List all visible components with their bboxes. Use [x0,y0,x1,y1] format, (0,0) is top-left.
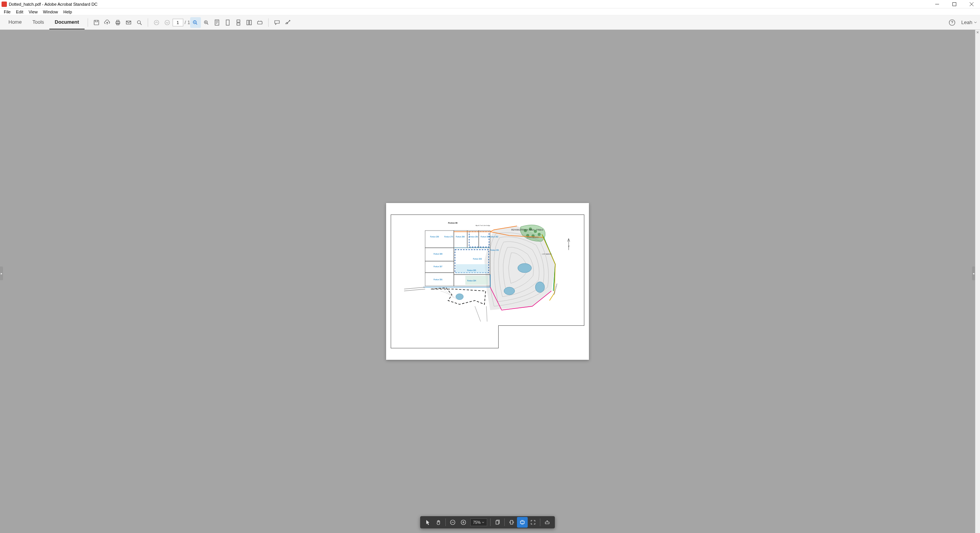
svg-point-8 [165,20,170,25]
separator [490,518,491,526]
menu-help[interactable]: Help [61,9,74,15]
svg-text:Portion 299: Portion 299 [430,236,439,238]
right-scrollbar-gutter[interactable]: ✕ [975,30,980,533]
separator [504,518,505,526]
menu-view[interactable]: View [26,9,40,15]
chevron-down-icon [974,21,977,24]
right-panel-handle[interactable]: ◂ [972,266,975,280]
svg-point-7 [154,20,159,25]
svg-point-22 [535,282,545,292]
pdf-page: REHABILITATION AREA - TREES Portion 299 … [386,203,589,360]
svg-rect-15 [247,20,249,25]
svg-rect-16 [249,20,251,25]
svg-rect-1 [94,20,99,25]
svg-text:Portion 304: Portion 304 [467,280,476,282]
legend-box [498,325,584,348]
toolbar-right: Leah [947,17,977,28]
svg-text:Portion 300: Portion 300 [481,236,490,238]
close-button[interactable] [963,0,980,8]
svg-rect-65 [510,520,513,524]
comment-icon[interactable] [272,17,282,28]
window-title: Dotted_hatch.pdf - Adobe Acrobat Standar… [9,2,98,6]
svg-rect-14 [237,23,240,25]
minimize-button[interactable] [928,0,946,8]
read-mode-icon[interactable] [254,17,265,28]
titlebar: Dotted_hatch.pdf - Adobe Acrobat Standar… [0,0,980,8]
svg-text:Portion 306: Portion 306 [434,279,443,281]
svg-rect-39 [469,232,489,247]
svg-text:Portion 298: Portion 298 [456,236,465,238]
save-icon[interactable] [91,17,102,28]
scrolling-icon[interactable] [233,17,244,28]
svg-text:Portion 301: Portion 301 [490,249,499,251]
toolbar-left: Home Tools Document / 1 [3,15,293,29]
svg-point-21 [504,287,515,295]
hand-tool-icon[interactable] [433,517,444,528]
page-thumbnail-icon[interactable] [212,17,222,28]
help-icon[interactable] [947,17,957,28]
svg-text:LODY MARKER: LODY MARKER [542,253,552,255]
fit-page-icon[interactable] [506,517,517,528]
tab-document[interactable]: Document [49,15,85,29]
menu-edit[interactable]: Edit [14,9,26,15]
svg-point-6 [137,21,140,24]
svg-rect-11 [215,20,219,25]
svg-point-18 [289,20,290,21]
current-page-input[interactable] [173,19,183,26]
sign-icon[interactable] [282,17,293,28]
tab-home[interactable]: Home [3,15,27,29]
zoom-icon[interactable] [201,17,212,28]
svg-rect-4 [117,23,119,25]
menu-window[interactable]: Window [41,9,60,15]
chevron-down-icon [482,521,484,524]
zoom-out-icon[interactable] [447,517,458,528]
svg-text:REHABILITATION AREA - TREES: REHABILITATION AREA - TREES [511,229,543,231]
document-viewer[interactable]: REHABILITATION AREA - TREES Portion 299 … [0,30,975,533]
read-aloud-icon[interactable] [542,517,553,528]
fit-width-icon[interactable] [517,517,528,528]
bottom-toolbar: 75% [420,516,555,528]
cloud-upload-icon[interactable] [102,17,113,28]
zoom-value: 75% [473,520,481,525]
zoom-in-icon[interactable] [458,517,469,528]
zoom-level-display[interactable]: 75% [470,518,487,526]
search-icon[interactable] [134,17,145,28]
svg-rect-12 [226,20,229,25]
user-menu[interactable]: Leah [961,20,977,25]
svg-rect-33 [454,231,467,248]
page-slash: / [185,20,186,25]
left-panel-handle[interactable]: ▸ [0,266,3,280]
page-down-icon[interactable] [162,17,173,28]
copy-pages-icon[interactable] [492,517,503,528]
maximize-button[interactable] [946,0,963,8]
svg-text:Portion 296: Portion 296 [469,236,478,238]
toolbar: Home Tools Document / 1 Leah [0,15,980,30]
scrolling-two-icon[interactable] [244,17,254,28]
svg-text:Portion 275: Portion 275 [444,236,453,238]
menu-file[interactable]: File [2,9,13,15]
single-page-icon[interactable] [222,17,233,28]
svg-rect-29 [425,231,454,248]
page-indicator: / 1 [173,19,190,26]
titlebar-left: Dotted_hatch.pdf - Adobe Acrobat Standar… [2,2,98,7]
separator [88,18,88,27]
svg-text:Portion 302: Portion 302 [489,236,499,238]
svg-text:Portion 303: Portion 303 [473,258,482,260]
close-panel-icon[interactable]: ✕ [975,30,980,34]
print-icon[interactable] [113,17,123,28]
email-icon[interactable] [123,17,134,28]
separator [148,18,148,27]
svg-text:Aquila Trust Lake bridge: Aquila Trust Lake bridge [476,225,490,226]
svg-text:UPPER SPROOT: UPPER SPROOT [527,237,539,239]
svg-point-20 [518,263,532,273]
page-up-icon[interactable] [151,17,162,28]
tab-tools[interactable]: Tools [27,15,49,29]
fullscreen-icon[interactable] [528,517,538,528]
total-pages: 1 [188,20,190,25]
fit-width-icon[interactable] [190,17,201,28]
svg-rect-0 [952,2,956,6]
svg-rect-13 [237,20,240,22]
menubar: File Edit View Window Help [0,8,980,15]
select-arrow-icon[interactable] [422,517,433,528]
svg-text:Portion 307: Portion 307 [434,266,443,268]
